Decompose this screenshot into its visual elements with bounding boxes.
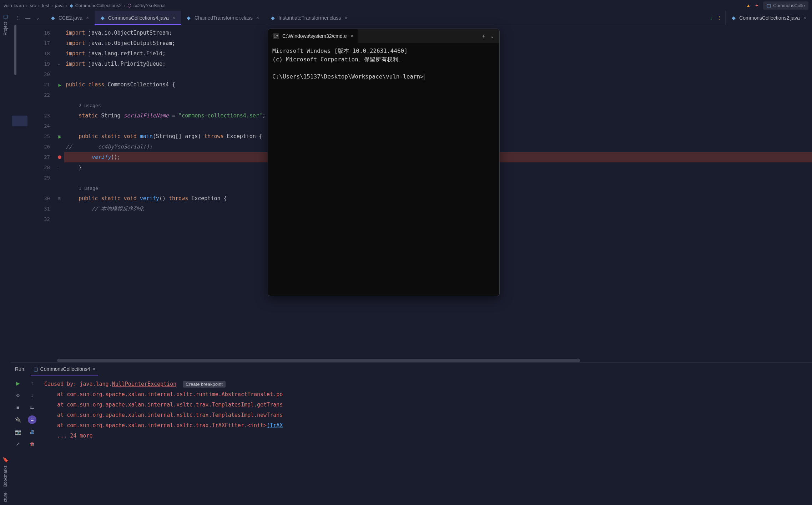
bookmarks-tool-label[interactable]: Bookmarks bbox=[3, 463, 8, 490]
trash-button[interactable]: 🗑 bbox=[28, 440, 36, 448]
line-number-hint bbox=[29, 100, 54, 111]
project-tool-icon[interactable]: ▢ bbox=[3, 14, 8, 19]
line-number[interactable]: 24 bbox=[29, 121, 54, 131]
terminal-tab-cmd[interactable]: C:\ C:\Windows\system32\cmd.e × bbox=[268, 29, 358, 43]
usages-hint[interactable]: 1 usage bbox=[79, 186, 98, 191]
create-breakpoint-button[interactable]: Create breakpoint bbox=[183, 381, 225, 388]
close-icon[interactable]: × bbox=[85, 15, 90, 21]
line-number[interactable]: 20 bbox=[29, 69, 54, 80]
close-icon[interactable]: × bbox=[350, 33, 353, 39]
run-config-icon: ▢ bbox=[34, 366, 38, 372]
tab-label: ChainedTransformer.class bbox=[195, 15, 253, 21]
line-number[interactable]: 31 bbox=[29, 204, 54, 214]
download-icon[interactable]: ↓ bbox=[710, 15, 712, 21]
warning-icon[interactable]: ▲ bbox=[746, 3, 751, 8]
print-button[interactable]: 🖶 bbox=[28, 428, 36, 436]
breadcrumb-project[interactable]: vuln-learn bbox=[4, 3, 24, 8]
breadcrumb-class2[interactable]: cc2byYsoSerial bbox=[133, 3, 166, 8]
detached-tab-label: CommonsColle bbox=[773, 3, 805, 8]
stack-frame[interactable]: at com.sun.org.apache.xalan.internal.xsl… bbox=[44, 410, 807, 420]
tab-commonscollections4[interactable]: ◆ CommonsCollections4.java × bbox=[95, 11, 181, 25]
line-number[interactable]: 28 bbox=[29, 162, 54, 173]
line-number[interactable]: 32 bbox=[29, 214, 54, 224]
bookmarks-tool-icon[interactable]: 🔖 bbox=[2, 457, 9, 463]
terminal-body[interactable]: Microsoft Windows [版本 10.0.22631.4460] (… bbox=[268, 43, 499, 296]
close-icon[interactable]: × bbox=[344, 15, 348, 21]
rerun-button[interactable]: ▶ bbox=[14, 379, 22, 388]
breadcrumb: vuln-learn › src › test › java › ◆ Commo… bbox=[4, 3, 166, 8]
source-link[interactable]: (TrAX bbox=[267, 422, 283, 429]
exception-link[interactable]: NullPointerException bbox=[112, 381, 177, 387]
usages-hint[interactable]: 2 usages bbox=[79, 103, 101, 108]
stack-frame[interactable]: at com.sun.org.apache.xalan.internal.xsl… bbox=[44, 400, 807, 410]
left-sidebar: ▢ Project 🔖 Bookmarks cture bbox=[0, 11, 11, 505]
breadcrumb-test[interactable]: test bbox=[42, 3, 49, 8]
line-number[interactable]: 30 bbox=[29, 193, 54, 204]
breakpoint-icon[interactable] bbox=[58, 152, 61, 162]
line-number[interactable]: 16 bbox=[29, 28, 54, 38]
close-icon[interactable]: × bbox=[803, 15, 807, 21]
project-selection[interactable] bbox=[12, 116, 27, 126]
expand-down-icon[interactable]: ⌄ bbox=[34, 14, 41, 21]
tab-label: InstantiateTransformer.class bbox=[278, 15, 341, 21]
filter-button[interactable]: ≡ bbox=[28, 415, 36, 424]
tab-chainedtransformer[interactable]: ◆ ChainedTransformer.class × bbox=[181, 11, 265, 25]
run-gutter-icon[interactable]: ▶ bbox=[59, 131, 61, 142]
line-number[interactable]: 18 bbox=[29, 49, 54, 59]
scroll-up-button[interactable]: ↑ bbox=[28, 379, 36, 388]
dropdown-icon[interactable]: ⌄ bbox=[490, 33, 494, 39]
project-menu-icon[interactable]: ⋮ bbox=[14, 14, 21, 21]
tab-instantiatetransformer[interactable]: ◆ InstantiateTransformer.class × bbox=[265, 11, 353, 25]
editor-horizontal-scrollbar[interactable] bbox=[57, 359, 580, 362]
close-icon[interactable]: × bbox=[256, 15, 260, 21]
terminal-tabs: C:\ C:\Windows\system32\cmd.e × + ⌄ bbox=[268, 29, 499, 43]
line-number[interactable]: 22 bbox=[29, 90, 54, 100]
close-icon[interactable]: × bbox=[92, 366, 95, 372]
tab-cce2[interactable]: ◆ CCE2.java × bbox=[45, 11, 95, 25]
tab-label: CommonsCollections4.java bbox=[108, 15, 169, 21]
breadcrumb-class1[interactable]: CommonsCollections2 bbox=[75, 3, 122, 8]
settings-button[interactable]: ⚙ bbox=[14, 391, 22, 400]
new-tab-button[interactable]: + bbox=[482, 33, 485, 39]
top-bar: vuln-learn › src › test › java › ◆ Commo… bbox=[0, 0, 812, 11]
run-config-tab[interactable]: ▢ CommonsCollections4 × bbox=[31, 363, 98, 375]
export-button[interactable]: ↗ bbox=[14, 440, 22, 448]
line-number[interactable]: 29 bbox=[29, 173, 54, 183]
line-number[interactable]: 25▶ bbox=[29, 131, 54, 142]
line-number[interactable]: 21▶ bbox=[29, 80, 54, 90]
stack-frame[interactable]: at com.sun.org.apache.xalan.internal.xsl… bbox=[44, 389, 807, 400]
structure-tool-label[interactable]: cture bbox=[3, 490, 8, 505]
line-number[interactable]: 27 bbox=[29, 152, 54, 162]
run-gutter-icon[interactable]: ▶ bbox=[59, 80, 61, 90]
fold-end-icon[interactable]: ⌐ bbox=[58, 62, 60, 66]
java-class-icon: ◆ bbox=[186, 15, 192, 21]
close-icon[interactable]: × bbox=[172, 15, 176, 21]
run-panel: Run: ▢ CommonsCollections4 × ▶ ⚙ ■ 🔌 📷 ↗… bbox=[11, 362, 812, 505]
camera-button[interactable]: 📷 bbox=[14, 428, 22, 436]
line-number[interactable]: 23 bbox=[29, 111, 54, 121]
terminal-cursor bbox=[424, 74, 424, 80]
fold-end-icon[interactable]: ⌐ bbox=[58, 166, 60, 170]
detached-file-tab[interactable]: ▢ CommonsColle bbox=[763, 1, 808, 10]
scroll-down-button[interactable]: ↓ bbox=[28, 391, 36, 400]
line-number[interactable]: 19 bbox=[29, 59, 54, 69]
project-tool-label[interactable]: Project bbox=[3, 19, 8, 38]
run-output[interactable]: Caused by: java.lang.NullPointerExceptio… bbox=[39, 375, 812, 505]
stack-more[interactable]: ... 24 more bbox=[44, 431, 807, 441]
breadcrumb-src[interactable]: src bbox=[30, 3, 36, 8]
wrap-button[interactable]: ⇆ bbox=[28, 403, 36, 412]
attach-button[interactable]: 🔌 bbox=[14, 415, 22, 424]
terminal-window[interactable]: C:\ C:\Windows\system32\cmd.e × + ⌄ Micr… bbox=[268, 29, 500, 296]
window-icon: ▢ bbox=[767, 3, 771, 8]
fold-open-icon[interactable]: ⊟ bbox=[57, 196, 61, 201]
editor-scroll-indicator[interactable] bbox=[14, 25, 16, 75]
more-icon[interactable]: ⋮ bbox=[717, 15, 722, 21]
line-number[interactable]: 17 bbox=[29, 38, 54, 49]
wand-icon[interactable]: ✦ bbox=[755, 3, 759, 8]
stop-button[interactable]: ■ bbox=[14, 403, 22, 412]
terminal-tab-title: C:\Windows\system32\cmd.e bbox=[282, 33, 347, 39]
breadcrumb-java[interactable]: java bbox=[55, 3, 64, 8]
tab-commonscollections2-detached[interactable]: ◆ CommonsCollections2.java × bbox=[725, 11, 812, 25]
line-number[interactable]: 26 bbox=[29, 142, 54, 152]
collapse-icon[interactable]: — bbox=[24, 14, 31, 21]
